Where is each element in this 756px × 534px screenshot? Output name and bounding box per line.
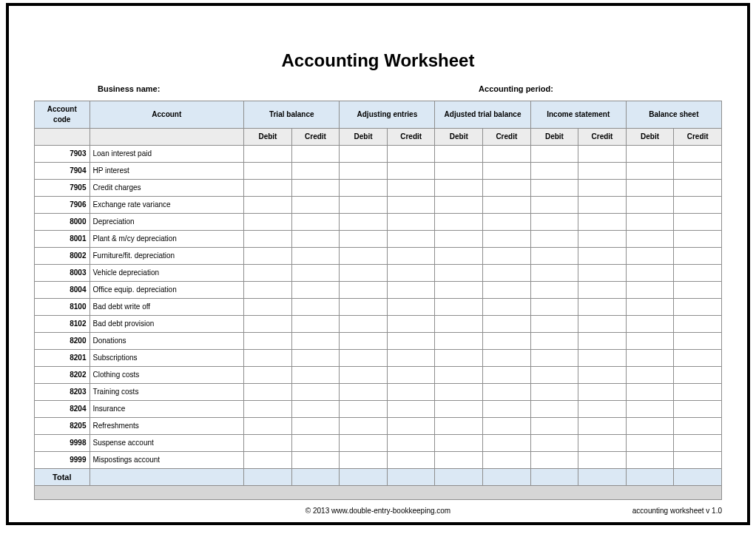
amount-cell[interactable]: [674, 180, 722, 197]
amount-cell[interactable]: [340, 401, 388, 418]
amount-cell[interactable]: [483, 282, 531, 299]
amount-cell[interactable]: [435, 282, 483, 299]
amount-cell[interactable]: [387, 384, 435, 401]
amount-cell[interactable]: [244, 367, 292, 384]
amount-cell[interactable]: [626, 333, 674, 350]
amount-cell[interactable]: [340, 350, 388, 367]
amount-cell[interactable]: [483, 367, 531, 384]
amount-cell[interactable]: [483, 418, 531, 435]
amount-cell[interactable]: [674, 452, 722, 469]
amount-cell[interactable]: [530, 418, 578, 435]
amount-cell[interactable]: [244, 435, 292, 452]
amount-cell[interactable]: [340, 214, 388, 231]
amount-cell[interactable]: [530, 316, 578, 333]
amount-cell[interactable]: [387, 146, 435, 163]
amount-cell[interactable]: [340, 367, 388, 384]
amount-cell[interactable]: [530, 435, 578, 452]
amount-cell[interactable]: [435, 350, 483, 367]
amount-cell[interactable]: [626, 197, 674, 214]
amount-cell[interactable]: [578, 418, 627, 435]
amount-cell[interactable]: [435, 248, 483, 265]
amount-cell[interactable]: [435, 452, 483, 469]
amount-cell[interactable]: [578, 384, 627, 401]
amount-cell[interactable]: [578, 401, 627, 418]
amount-cell[interactable]: [674, 163, 722, 180]
amount-cell[interactable]: [674, 214, 722, 231]
amount-cell[interactable]: [387, 401, 435, 418]
amount-cell[interactable]: [291, 401, 340, 418]
amount-cell[interactable]: [530, 350, 578, 367]
amount-cell[interactable]: [483, 231, 531, 248]
amount-cell[interactable]: [387, 214, 435, 231]
amount-cell[interactable]: [483, 180, 531, 197]
amount-cell[interactable]: [530, 299, 578, 316]
amount-cell[interactable]: [291, 350, 340, 367]
amount-cell[interactable]: [578, 435, 627, 452]
amount-cell[interactable]: [340, 435, 388, 452]
amount-cell[interactable]: [530, 265, 578, 282]
amount-cell[interactable]: [387, 350, 435, 367]
amount-cell[interactable]: [674, 401, 722, 418]
amount-cell[interactable]: [483, 248, 531, 265]
amount-cell[interactable]: [387, 197, 435, 214]
amount-cell[interactable]: [578, 146, 627, 163]
amount-cell[interactable]: [244, 231, 292, 248]
amount-cell[interactable]: [674, 418, 722, 435]
amount-cell[interactable]: [435, 418, 483, 435]
amount-cell[interactable]: [674, 350, 722, 367]
amount-cell[interactable]: [435, 180, 483, 197]
amount-cell[interactable]: [244, 384, 292, 401]
amount-cell[interactable]: [340, 299, 388, 316]
amount-cell[interactable]: [626, 248, 674, 265]
amount-cell[interactable]: [340, 163, 388, 180]
amount-cell[interactable]: [244, 197, 292, 214]
amount-cell[interactable]: [435, 316, 483, 333]
amount-cell[interactable]: [340, 231, 388, 248]
amount-cell[interactable]: [387, 367, 435, 384]
amount-cell[interactable]: [340, 248, 388, 265]
amount-cell[interactable]: [483, 214, 531, 231]
amount-cell[interactable]: [244, 452, 292, 469]
amount-cell[interactable]: [674, 197, 722, 214]
amount-cell[interactable]: [578, 333, 627, 350]
amount-cell[interactable]: [626, 418, 674, 435]
amount-cell[interactable]: [435, 401, 483, 418]
amount-cell[interactable]: [483, 384, 531, 401]
amount-cell[interactable]: [674, 248, 722, 265]
amount-cell[interactable]: [244, 163, 292, 180]
amount-cell[interactable]: [626, 282, 674, 299]
amount-cell[interactable]: [435, 367, 483, 384]
amount-cell[interactable]: [291, 333, 340, 350]
amount-cell[interactable]: [483, 435, 531, 452]
amount-cell[interactable]: [435, 197, 483, 214]
amount-cell[interactable]: [626, 231, 674, 248]
amount-cell[interactable]: [244, 401, 292, 418]
amount-cell[interactable]: [626, 146, 674, 163]
amount-cell[interactable]: [483, 350, 531, 367]
amount-cell[interactable]: [435, 163, 483, 180]
amount-cell[interactable]: [626, 384, 674, 401]
amount-cell[interactable]: [674, 231, 722, 248]
amount-cell[interactable]: [340, 316, 388, 333]
amount-cell[interactable]: [291, 231, 340, 248]
amount-cell[interactable]: [291, 163, 340, 180]
amount-cell[interactable]: [291, 418, 340, 435]
amount-cell[interactable]: [435, 146, 483, 163]
amount-cell[interactable]: [387, 333, 435, 350]
amount-cell[interactable]: [483, 299, 531, 316]
amount-cell[interactable]: [626, 452, 674, 469]
amount-cell[interactable]: [244, 248, 292, 265]
amount-cell[interactable]: [244, 146, 292, 163]
amount-cell[interactable]: [483, 333, 531, 350]
amount-cell[interactable]: [530, 282, 578, 299]
amount-cell[interactable]: [674, 384, 722, 401]
amount-cell[interactable]: [674, 316, 722, 333]
amount-cell[interactable]: [530, 401, 578, 418]
amount-cell[interactable]: [387, 299, 435, 316]
amount-cell[interactable]: [578, 299, 627, 316]
amount-cell[interactable]: [340, 418, 388, 435]
amount-cell[interactable]: [340, 197, 388, 214]
amount-cell[interactable]: [483, 197, 531, 214]
amount-cell[interactable]: [387, 180, 435, 197]
amount-cell[interactable]: [626, 350, 674, 367]
